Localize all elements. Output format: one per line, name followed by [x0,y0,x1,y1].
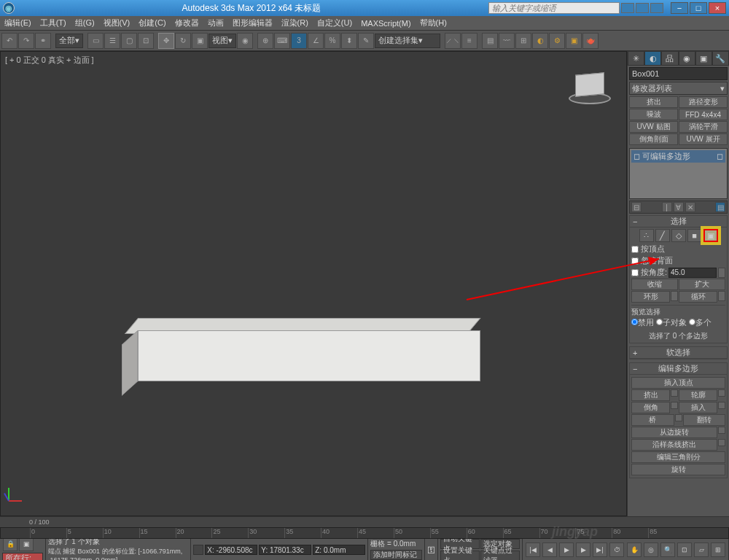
flip-button[interactable]: 翻转 [683,414,726,426]
mod-turbosmooth[interactable]: 涡轮平滑 [679,121,728,133]
menu-help[interactable]: 帮助(H) [416,16,451,30]
mod-bevelprofile[interactable]: 倒角剖面 [629,133,678,145]
snap-toggle-button[interactable]: 3 [291,33,307,49]
shrink-button[interactable]: 收缩 [631,279,678,290]
rollout-editpoly-header[interactable]: −编辑多边形 [630,363,727,375]
select-scale-button[interactable]: ▣ [192,33,208,49]
remove-mod-button[interactable]: ✕ [685,202,695,212]
ring-button[interactable]: 环形 [631,291,670,303]
render-setup-button[interactable]: ⚙ [549,33,565,49]
ref-coord-dropdown[interactable]: 视图 ▾ [208,34,236,48]
window-restore-button[interactable]: □ [690,2,707,14]
ring-spinner[interactable] [671,291,678,301]
viewport-perspective[interactable]: [ + 0 正交 0 真实 + 边面 ] [0,51,627,516]
x-coord-input[interactable]: X: -2960.508c [205,545,257,555]
outline-settings-button[interactable] [718,389,725,397]
hinge-settings-button[interactable] [718,427,725,434]
subobj-border-button[interactable]: ◇ [671,229,686,242]
bevel-settings-button[interactable] [671,402,678,409]
comm-center-icon[interactable] [636,3,649,13]
select-rotate-button[interactable]: ↻ [175,33,191,49]
subobj-element-button[interactable]: ▣ [703,229,718,242]
setkey-button[interactable]: 设置关键点 [440,551,480,560]
play-button[interactable]: ▶ [559,542,574,557]
curve-editor-button[interactable]: 〰 [499,33,515,49]
hinge-button[interactable]: 从边旋转 [631,427,717,438]
pin-stack-button[interactable]: ⊟ [631,202,642,212]
window-minimize-button[interactable]: − [671,2,688,14]
isolate-button[interactable]: ▣ [19,537,34,551]
zoom-extents-button[interactable]: ⊡ [677,542,692,557]
window-crossing-button[interactable]: ⊡ [138,33,154,49]
bridge-settings-button[interactable] [675,414,682,421]
goto-end-button[interactable]: ▶| [593,542,607,557]
named-selection-dropdown[interactable]: 创建选择集 ▾ [375,34,440,48]
pan-view-button[interactable]: ✋ [627,542,642,557]
use-pivot-button[interactable]: ◉ [237,33,253,49]
goto-start-button[interactable]: |◀ [526,542,540,557]
select-object-button[interactable]: ▭ [87,33,104,49]
insert-vertex-button[interactable]: 插入顶点 [631,377,725,389]
keyboard-shortcut-button[interactable]: ⌨ [274,33,290,49]
menu-create[interactable]: 创建(C) [134,16,170,30]
edit-named-sel-button[interactable]: ✎ [358,33,374,49]
object-name-field[interactable]: Box001 [629,67,728,80]
favorites-icon[interactable] [650,3,663,13]
lock-selection-button[interactable]: 🔒 [3,537,17,551]
selection-region-button[interactable]: ▢ [121,33,137,49]
material-editor-button[interactable]: ◐ [532,33,548,49]
menu-grapheditors[interactable]: 图形编辑器 [228,16,277,30]
angle-spinner[interactable] [718,268,725,278]
mod-pathdeform[interactable]: 路径变形 [679,96,728,108]
menu-rendering[interactable]: 渲染(R) [277,16,313,30]
time-config-button[interactable]: ⏱ [609,542,624,557]
viewport-label[interactable]: [ + 0 正交 0 真实 + 边面 ] [5,55,94,66]
subobj-vertex-button[interactable]: ∴ [639,229,654,242]
panel-tab-display[interactable]: ▣ [695,51,712,66]
mod-uvwmap[interactable]: UVW 贴图 [629,121,678,133]
loop-button[interactable]: 循环 [679,291,717,303]
max-viewport-button[interactable]: ⊞ [711,542,725,557]
app-logo-icon[interactable]: ◉ [3,2,15,14]
preview-off-radio[interactable]: 禁用 [631,317,654,328]
modifier-stack[interactable]: ◻可编辑多边形◻ [629,148,728,199]
align-button[interactable]: ≡ [461,33,477,49]
extrude-settings-button[interactable] [671,389,678,397]
show-end-button[interactable]: | [662,202,672,212]
z-coord-input[interactable]: Z: 0.0mm [313,545,365,555]
outline-button[interactable]: 轮廓 [679,389,717,401]
extrude-spline-settings-button[interactable] [718,439,725,446]
select-by-name-button[interactable]: ☰ [104,33,120,49]
rollout-softsel-header[interactable]: +软选择 [630,347,727,359]
undo-button[interactable]: ↶ [1,33,17,49]
panel-tab-motion[interactable]: ◉ [679,51,695,66]
spinner-snap-button[interactable]: ⬍ [341,33,357,49]
menu-animation[interactable]: 动画 [203,16,228,30]
arc-rotate-button[interactable]: ◎ [644,542,658,557]
redo-button[interactable]: ↷ [18,33,34,49]
panel-tab-modify[interactable]: ◐ [644,51,661,66]
retriangulate-button[interactable]: 旋转 [631,464,725,475]
subobj-polygon-button[interactable]: ■ [687,229,702,242]
menu-tools[interactable]: 工具(T) [36,16,71,30]
time-slider[interactable]: 0 5 10 15 20 25 30 35 40 45 50 55 60 65 … [0,527,729,539]
extrude-spline-button[interactable]: 沿样条线挤出 [631,439,717,451]
modifier-list-dropdown[interactable]: 修改器列表▾ [629,82,728,95]
y-coord-input[interactable]: Y: 17801.33c [259,545,311,555]
by-angle-checkbox[interactable]: 按角度: [631,267,667,278]
mod-extrude[interactable]: 挤出 [629,96,678,108]
mod-noise[interactable]: 噪波 [629,109,678,120]
angle-snap-button[interactable]: ∠ [308,33,324,49]
window-close-button[interactable]: × [709,2,726,14]
key-filters-button[interactable]: 关键点过滤器... [480,551,520,560]
rendered-frame-button[interactable]: ▣ [566,33,582,49]
bridge-button[interactable]: 桥 [631,414,674,426]
key-icon[interactable]: ⚿ [427,545,435,554]
panel-tab-create[interactable]: ✳ [628,51,644,66]
angle-value-input[interactable]: 45.0 [668,268,717,278]
extrude-button[interactable]: 挤出 [631,389,670,401]
menu-maxscript[interactable]: MAXScript(M) [356,16,415,30]
panel-tab-hierarchy[interactable]: 品 [661,51,678,66]
prev-frame-button[interactable]: ◀ [542,542,557,557]
select-move-button[interactable]: ✥ [158,33,174,49]
